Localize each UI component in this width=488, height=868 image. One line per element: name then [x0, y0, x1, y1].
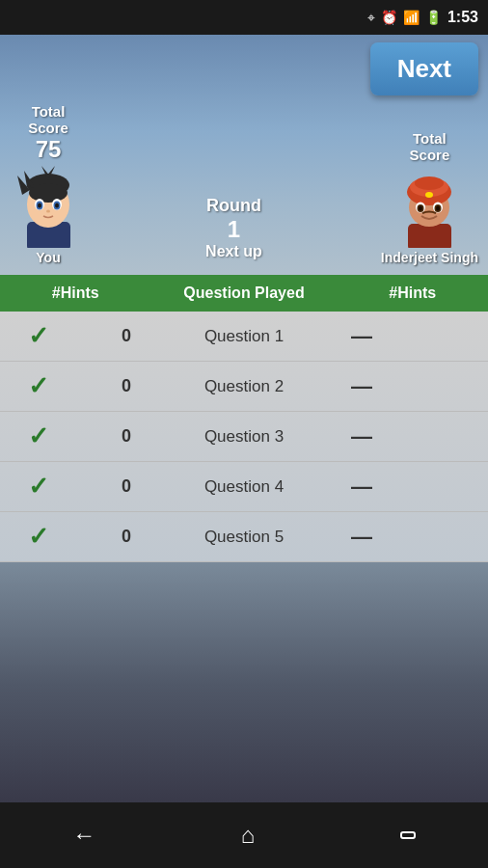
- wifi-icon: 📶: [403, 10, 420, 25]
- right-score-label2: Score: [410, 147, 450, 163]
- check-icon-4: ✓: [10, 472, 68, 502]
- bluetooth-icon: ⌖: [367, 10, 375, 26]
- time-display: 1:53: [447, 9, 478, 26]
- table-row: ✓ 0 Question 1 —: [0, 312, 488, 362]
- left-player-avatar: [10, 163, 87, 250]
- status-bar: ⌖ ⏰ 📶 🔋 1:53: [0, 0, 488, 35]
- question-5: Question 5: [185, 528, 303, 547]
- main-container: Next Total Score 75: [0, 35, 488, 868]
- battery-icon: 🔋: [425, 10, 442, 25]
- svg-point-15: [46, 209, 50, 212]
- right-player-name: Inderjeet Singh: [381, 250, 478, 265]
- right-hint-1: —: [303, 324, 420, 349]
- app-area: Next Total Score 75: [0, 35, 488, 275]
- player2-avatar-svg: [393, 166, 466, 248]
- next-button-container: Next: [0, 35, 488, 103]
- header-question-played: Question Played: [132, 285, 357, 302]
- table-row: ✓ 0 Question 4 —: [0, 462, 488, 512]
- question-4: Question 4: [185, 477, 303, 497]
- check-icon-1: ✓: [10, 321, 68, 351]
- left-hint-3: 0: [68, 426, 185, 447]
- right-hint-2: —: [303, 374, 420, 399]
- right-score-label1: Total: [413, 130, 447, 147]
- players-section: Total Score 75: [0, 103, 488, 275]
- header-hints-right: #Hints: [357, 285, 470, 302]
- right-hint-4: —: [303, 475, 420, 500]
- svg-point-21: [415, 176, 444, 190]
- table-row: ✓ 0 Question 3 —: [0, 412, 488, 462]
- left-hint-1: 0: [68, 326, 185, 346]
- middle-section: Round 1 Next up: [205, 196, 262, 265]
- table-area: #Hints Question Played #Hints ✓ 0 Questi…: [0, 275, 488, 562]
- bottom-nav: ← ⌂: [0, 802, 488, 868]
- right-score-block: Total Score: [410, 130, 450, 163]
- home-button[interactable]: ⌂: [241, 822, 256, 849]
- left-score-label2: Score: [28, 120, 68, 136]
- left-score-value: 75: [36, 136, 62, 163]
- svg-rect-16: [408, 224, 451, 248]
- round-label: Round: [206, 196, 261, 216]
- header-hints-left: #Hints: [19, 285, 132, 302]
- svg-point-22: [425, 192, 433, 198]
- alarm-icon: ⏰: [381, 10, 397, 25]
- table-row: ✓ 0 Question 2 —: [0, 362, 488, 412]
- svg-point-28: [436, 205, 440, 210]
- table-body: ✓ 0 Question 1 — ✓ 0 Question 2 — ✓ 0 Qu…: [0, 312, 488, 562]
- right-player-avatar: [391, 163, 468, 250]
- left-hint-5: 0: [68, 527, 185, 547]
- next-up-label: Next up: [205, 243, 262, 260]
- check-icon-5: ✓: [10, 522, 68, 552]
- player1-avatar-svg: [13, 166, 85, 248]
- question-3: Question 3: [185, 427, 303, 447]
- right-hint-3: —: [303, 424, 420, 449]
- back-button[interactable]: ←: [72, 822, 95, 849]
- left-score-label1: Total: [32, 103, 66, 120]
- right-hint-5: —: [303, 525, 420, 550]
- question-2: Question 2: [185, 377, 303, 396]
- left-score-block: Total Score 75: [28, 103, 68, 163]
- right-player: Total Score: [381, 130, 478, 265]
- left-hint-4: 0: [68, 476, 185, 497]
- question-1: Question 1: [185, 327, 303, 346]
- left-player-name: You: [36, 250, 60, 265]
- check-icon-3: ✓: [10, 421, 68, 451]
- recent-button[interactable]: [400, 831, 416, 839]
- next-button[interactable]: Next: [370, 42, 478, 95]
- table-header: #Hints Question Played #Hints: [0, 275, 488, 312]
- check-icon-2: ✓: [10, 371, 68, 401]
- svg-point-27: [419, 205, 422, 210]
- left-player: Total Score 75: [10, 103, 87, 265]
- svg-point-8: [29, 183, 68, 203]
- round-value: 1: [228, 216, 240, 243]
- svg-point-14: [55, 203, 59, 207]
- table-row: ✓ 0 Question 5 —: [0, 512, 488, 562]
- svg-point-13: [38, 203, 41, 207]
- left-hint-2: 0: [68, 376, 185, 396]
